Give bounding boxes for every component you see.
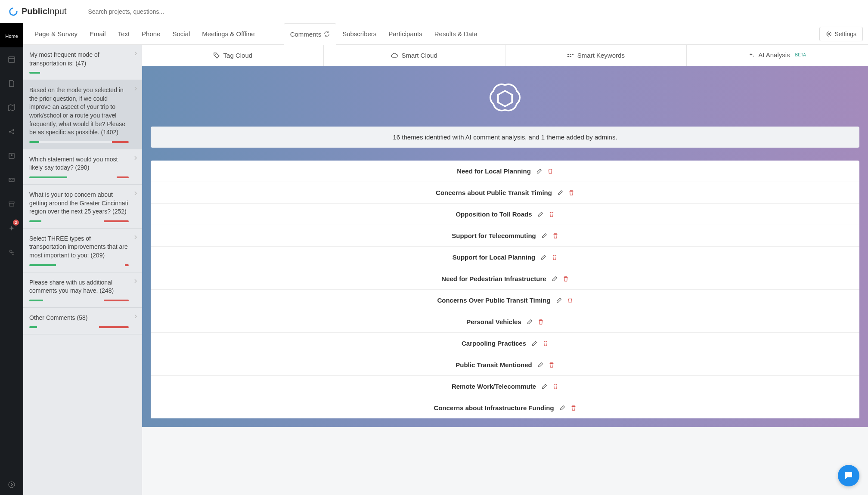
theme-row[interactable]: Personal Vehicles <box>151 311 859 333</box>
theme-row[interactable]: Public Transit Mentioned <box>151 354 859 376</box>
question-item[interactable]: Select THREE types of transportation imp… <box>23 229 142 272</box>
rail-settings[interactable] <box>0 240 23 264</box>
tab-participants[interactable]: Participants <box>382 23 428 45</box>
edit-icon[interactable] <box>537 362 543 368</box>
search-input[interactable] <box>88 8 217 15</box>
delete-icon[interactable] <box>552 384 558 390</box>
theme-row[interactable]: Remote Work/Telecommute <box>151 376 859 397</box>
edit-icon[interactable] <box>556 297 562 303</box>
main-panel: Tag Cloud Smart Cloud Smart Keywords AI … <box>142 45 868 495</box>
theme-label: Need for Local Planning <box>457 167 531 175</box>
chat-bubble[interactable] <box>838 465 859 486</box>
question-text: Select THREE types of transportation imp… <box>29 235 129 260</box>
delete-icon[interactable] <box>563 276 569 282</box>
tab-results[interactable]: Results & Data <box>428 23 484 45</box>
delete-icon[interactable] <box>547 168 553 174</box>
theme-row[interactable]: Support for Telecommuting <box>151 225 859 247</box>
question-item[interactable]: Based on the mode you selected in the pr… <box>23 80 142 149</box>
edit-icon[interactable] <box>559 405 565 411</box>
tab-page-survey[interactable]: Page & Survey <box>28 23 84 45</box>
svg-rect-22 <box>570 56 571 57</box>
theme-label: Concerns about Public Transit Timing <box>436 189 552 196</box>
theme-row[interactable]: Need for Pedestrian Infrastructure <box>151 268 859 290</box>
subtab-smartcloud[interactable]: Smart Cloud <box>324 45 505 66</box>
subtab-smartkeywords-label: Smart Keywords <box>577 52 625 59</box>
tab-email[interactable]: Email <box>84 23 112 45</box>
rail-home[interactable]: Home <box>0 23 23 47</box>
rail-archive[interactable] <box>0 192 23 216</box>
tab-text[interactable]: Text <box>112 23 136 45</box>
question-item[interactable]: My most frequent mode of transportation … <box>23 45 142 80</box>
delete-icon[interactable] <box>549 362 555 368</box>
delete-icon[interactable] <box>570 405 577 411</box>
tab-subscribers[interactable]: Subscribers <box>336 23 382 45</box>
archive-icon <box>8 201 15 207</box>
question-item[interactable]: Other Comments (58) <box>23 308 142 335</box>
theme-row[interactable]: Opposition to Toll Roads <box>151 204 859 225</box>
chevron-right-icon <box>134 278 137 284</box>
edit-icon[interactable] <box>541 233 547 239</box>
delete-icon[interactable] <box>568 190 574 196</box>
settings-button[interactable]: Settings <box>819 27 863 41</box>
delete-icon[interactable] <box>552 233 558 239</box>
edit-icon[interactable] <box>537 211 543 217</box>
svg-rect-20 <box>572 54 574 55</box>
rail-calendar[interactable] <box>0 47 23 71</box>
edit-icon[interactable] <box>557 190 563 196</box>
rail-sparkle[interactable]: 2 <box>0 216 23 240</box>
delete-icon[interactable] <box>542 340 549 346</box>
svg-rect-10 <box>9 178 14 182</box>
theme-row[interactable]: Carpooling Practices <box>151 333 859 354</box>
sentiment-bar <box>29 300 129 301</box>
edit-icon[interactable] <box>527 319 533 325</box>
question-item[interactable]: Which statement would you most likely sa… <box>23 149 142 185</box>
sparkles-icon <box>749 52 755 58</box>
subtab-smartkeywords[interactable]: Smart Keywords <box>505 45 687 66</box>
svg-point-17 <box>215 54 216 55</box>
theme-row[interactable]: Concerns Over Public Transit Timing <box>151 290 859 311</box>
rail-document[interactable] <box>0 71 23 96</box>
subtab-tagcloud-label: Tag Cloud <box>223 52 253 59</box>
theme-label: Carpooling Practices <box>462 340 526 347</box>
question-item[interactable]: Please share with us additional comments… <box>23 272 142 308</box>
delete-icon[interactable] <box>552 254 558 260</box>
edit-icon[interactable] <box>541 384 547 390</box>
subtab-aianalysis[interactable]: AI Analysis BETA <box>687 45 868 66</box>
logo-icon <box>9 7 18 16</box>
subtab-tagcloud[interactable]: Tag Cloud <box>142 45 324 66</box>
sparkle-icon <box>8 225 15 232</box>
svg-point-9 <box>11 155 12 156</box>
body: My most frequent mode of transportation … <box>23 45 868 495</box>
content: Page & Survey Email Text Phone Social Me… <box>23 23 868 495</box>
edit-icon[interactable] <box>540 254 546 260</box>
sentiment-bar <box>29 176 129 178</box>
theme-row[interactable]: Concerns about Infrastructure Funding <box>151 397 859 418</box>
theme-row[interactable]: Concerns about Public Transit Timing <box>151 182 859 204</box>
tab-comments[interactable]: Comments <box>284 23 337 45</box>
rail-map[interactable] <box>0 96 23 120</box>
logo[interactable]: PublicInput <box>9 6 67 16</box>
delete-icon[interactable] <box>549 211 555 217</box>
question-item[interactable]: What is your top concern about getting a… <box>23 185 142 229</box>
theme-row[interactable]: Need for Local Planning <box>151 161 859 182</box>
logo-text: PublicInput <box>22 6 67 16</box>
tab-phone[interactable]: Phone <box>136 23 166 45</box>
edit-icon[interactable] <box>552 276 558 282</box>
delete-icon[interactable] <box>567 297 573 303</box>
theme-label: Concerns about Infrastructure Funding <box>434 404 554 411</box>
rail-inbox[interactable] <box>0 168 23 192</box>
document-icon <box>8 80 15 87</box>
question-text: Which statement would you most likely sa… <box>29 155 129 172</box>
rail-contacts[interactable] <box>0 144 23 168</box>
theme-row[interactable]: Support for Local Planning <box>151 247 859 268</box>
rail-expand[interactable] <box>0 474 23 495</box>
rail-share[interactable] <box>0 120 23 144</box>
edit-icon[interactable] <box>531 340 537 346</box>
delete-icon[interactable] <box>538 319 544 325</box>
svg-rect-1 <box>9 57 15 62</box>
tab-social[interactable]: Social <box>166 23 196 45</box>
rail-badge: 2 <box>13 220 19 226</box>
tab-meetings[interactable]: Meetings & Offline <box>196 23 260 45</box>
edit-icon[interactable] <box>536 168 542 174</box>
tabs-row: Page & Survey Email Text Phone Social Me… <box>23 23 868 45</box>
